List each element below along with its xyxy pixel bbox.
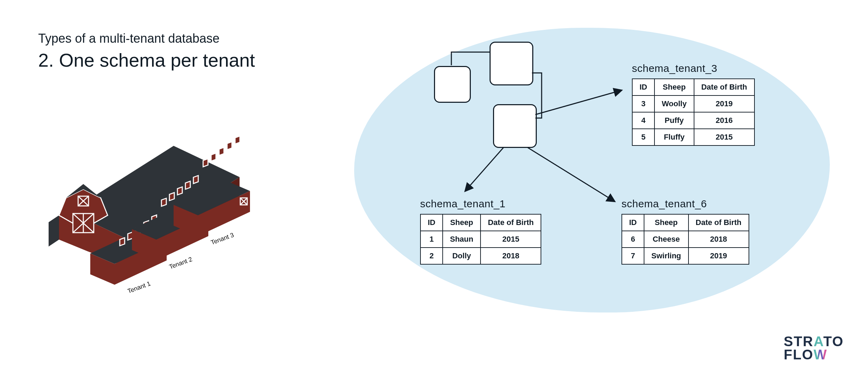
- svg-rect-33: [211, 153, 216, 161]
- schema-tenant-3-table: ID Sheep Date of Birth 3 Woolly 2019 4 P…: [632, 78, 755, 146]
- diagram-connectors: [354, 28, 830, 312]
- tenant-1-label: Tenant 1: [127, 280, 152, 294]
- logo-text: FLO: [784, 347, 813, 362]
- tenant-3-label: Tenant 3: [210, 231, 235, 246]
- col-dob: Date of Birth: [481, 214, 541, 231]
- col-id: ID: [632, 79, 654, 95]
- table-row: 5 Fluffy 2015: [632, 129, 754, 145]
- svg-marker-3: [49, 215, 59, 247]
- svg-rect-27: [185, 181, 190, 189]
- svg-rect-26: [177, 187, 182, 195]
- col-id: ID: [622, 214, 644, 231]
- schema-tenant-6: schema_tenant_6 ID Sheep Date of Birth 6…: [621, 198, 749, 265]
- schema-tenant-3: schema_tenant_3 ID Sheep Date of Birth 3…: [632, 62, 755, 146]
- col-sheep: Sheep: [654, 79, 694, 95]
- col-sheep: Sheep: [443, 214, 481, 231]
- overline: Types of a multi-tenant database: [38, 31, 255, 46]
- svg-rect-28: [193, 175, 198, 183]
- barn-illustration: Tenant 1 Tenant 2: [45, 125, 260, 299]
- table-row: 1 Shaun 2015: [420, 231, 541, 248]
- schema-tenant-6-title: schema_tenant_6: [621, 198, 749, 210]
- tenant-2-label: Tenant 2: [168, 256, 193, 270]
- stratoflow-logo: STRATO FLOW: [784, 335, 844, 361]
- col-sheep: Sheep: [644, 214, 688, 231]
- table-row: 7 Swirling 2019: [622, 248, 749, 264]
- svg-rect-25: [169, 193, 174, 201]
- svg-rect-34: [219, 148, 224, 156]
- svg-rect-24: [161, 198, 166, 206]
- col-dob: Date of Birth: [688, 214, 749, 231]
- svg-rect-35: [227, 142, 232, 150]
- table-row: 4 Puffy 2016: [632, 112, 754, 129]
- svg-rect-17: [128, 232, 133, 240]
- db-node-a: [434, 66, 471, 103]
- table-row: 3 Woolly 2019: [632, 95, 754, 112]
- title-block: Types of a multi-tenant database 2. One …: [38, 31, 255, 71]
- schema-tenant-1-title: schema_tenant_1: [420, 198, 541, 210]
- table-row: 6 Cheese 2018: [622, 231, 749, 248]
- svg-rect-32: [203, 159, 208, 167]
- svg-rect-36: [235, 136, 240, 144]
- col-id: ID: [420, 214, 443, 231]
- schema-tenant-1-table: ID Sheep Date of Birth 1 Shaun 2015 2 Do…: [420, 214, 541, 265]
- db-node-b: [490, 42, 533, 85]
- schema-tenant-3-title: schema_tenant_3: [632, 62, 755, 74]
- db-node-c: [493, 104, 537, 148]
- svg-line-42: [528, 148, 615, 201]
- svg-rect-16: [120, 238, 125, 246]
- col-dob: Date of Birth: [694, 79, 754, 95]
- svg-line-40: [535, 90, 621, 115]
- table-row: 2 Dolly 2018: [420, 248, 541, 264]
- svg-line-41: [465, 148, 503, 191]
- logo-accent-w: W: [813, 347, 827, 362]
- schema-tenant-6-table: ID Sheep Date of Birth 6 Cheese 2018 7 S…: [621, 214, 749, 265]
- schema-diagram: schema_tenant_3 ID Sheep Date of Birth 3…: [354, 28, 830, 312]
- headline: 2. One schema per tenant: [38, 49, 255, 71]
- schema-tenant-1: schema_tenant_1 ID Sheep Date of Birth 1…: [420, 198, 541, 265]
